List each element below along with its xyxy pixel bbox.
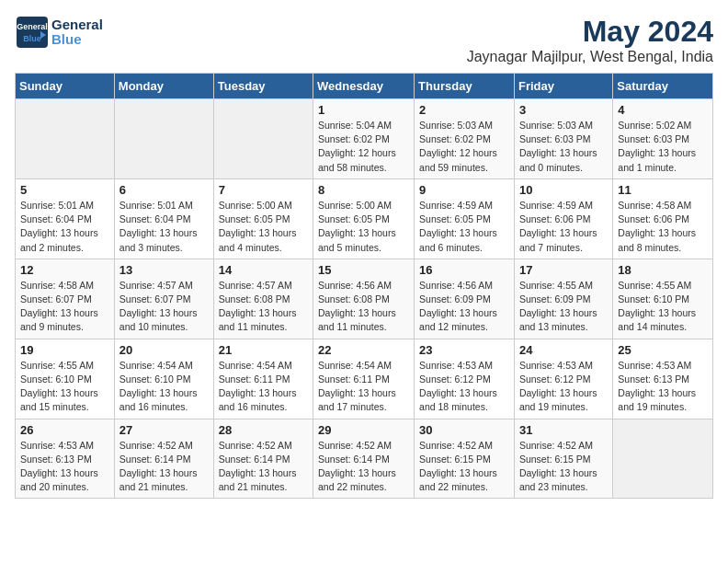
day-info: Sunrise: 5:04 AM Sunset: 6:02 PM Dayligh… bbox=[318, 119, 409, 175]
calendar-cell: 11Sunrise: 4:58 AM Sunset: 6:06 PM Dayli… bbox=[613, 178, 713, 259]
logo: General Blue General Blue bbox=[15, 15, 103, 50]
calendar-cell: 27Sunrise: 4:52 AM Sunset: 6:14 PM Dayli… bbox=[114, 419, 213, 499]
calendar-cell: 22Sunrise: 4:54 AM Sunset: 6:11 PM Dayli… bbox=[313, 339, 415, 419]
calendar-cell: 12Sunrise: 4:58 AM Sunset: 6:07 PM Dayli… bbox=[16, 259, 115, 339]
day-info: Sunrise: 5:00 AM Sunset: 6:05 PM Dayligh… bbox=[318, 199, 409, 255]
col-monday: Monday bbox=[114, 74, 213, 99]
svg-text:General: General bbox=[17, 22, 48, 31]
day-number: 29 bbox=[318, 423, 409, 437]
calendar-cell: 23Sunrise: 4:53 AM Sunset: 6:12 PM Dayli… bbox=[415, 339, 515, 419]
calendar-cell: 2Sunrise: 5:03 AM Sunset: 6:02 PM Daylig… bbox=[415, 99, 515, 179]
page-subtitle: Jaynagar Majilpur, West Bengal, India bbox=[467, 49, 713, 65]
day-info: Sunrise: 4:58 AM Sunset: 6:06 PM Dayligh… bbox=[618, 199, 708, 255]
calendar-cell bbox=[114, 99, 213, 179]
col-friday: Friday bbox=[514, 74, 612, 99]
day-info: Sunrise: 4:53 AM Sunset: 6:12 PM Dayligh… bbox=[419, 359, 509, 415]
calendar-cell: 20Sunrise: 4:54 AM Sunset: 6:10 PM Dayli… bbox=[114, 339, 213, 419]
day-info: Sunrise: 4:53 AM Sunset: 6:12 PM Dayligh… bbox=[519, 359, 608, 415]
logo-blue: Blue bbox=[51, 32, 103, 48]
day-number: 8 bbox=[318, 183, 409, 197]
calendar-header-row: Sunday Monday Tuesday Wednesday Thursday… bbox=[16, 74, 713, 99]
day-number: 30 bbox=[419, 423, 509, 437]
header: General Blue General Blue May 2024 Jayna… bbox=[15, 15, 713, 65]
calendar-cell: 7Sunrise: 5:00 AM Sunset: 6:05 PM Daylig… bbox=[213, 178, 313, 259]
day-info: Sunrise: 4:58 AM Sunset: 6:07 PM Dayligh… bbox=[20, 279, 109, 335]
col-saturday: Saturday bbox=[613, 74, 713, 99]
day-number: 26 bbox=[20, 423, 109, 437]
calendar-cell: 29Sunrise: 4:52 AM Sunset: 6:14 PM Dayli… bbox=[313, 419, 415, 499]
day-info: Sunrise: 4:59 AM Sunset: 6:05 PM Dayligh… bbox=[419, 199, 509, 255]
calendar-cell: 16Sunrise: 4:56 AM Sunset: 6:09 PM Dayli… bbox=[415, 259, 515, 339]
day-number: 22 bbox=[318, 343, 409, 357]
day-number: 4 bbox=[618, 103, 708, 117]
day-info: Sunrise: 5:03 AM Sunset: 6:02 PM Dayligh… bbox=[419, 119, 509, 175]
day-number: 19 bbox=[20, 343, 109, 357]
calendar-cell: 3Sunrise: 5:03 AM Sunset: 6:03 PM Daylig… bbox=[514, 99, 612, 179]
day-number: 25 bbox=[618, 343, 708, 357]
calendar-cell: 31Sunrise: 4:52 AM Sunset: 6:15 PM Dayli… bbox=[514, 419, 612, 499]
day-number: 20 bbox=[119, 343, 209, 357]
day-info: Sunrise: 4:55 AM Sunset: 6:09 PM Dayligh… bbox=[519, 279, 608, 335]
calendar-week-row: 5Sunrise: 5:01 AM Sunset: 6:04 PM Daylig… bbox=[16, 178, 713, 259]
day-info: Sunrise: 4:55 AM Sunset: 6:10 PM Dayligh… bbox=[20, 359, 109, 415]
logo-icon: General Blue bbox=[15, 15, 50, 50]
day-number: 18 bbox=[618, 263, 708, 277]
calendar-week-row: 26Sunrise: 4:53 AM Sunset: 6:13 PM Dayli… bbox=[16, 419, 713, 499]
day-number: 10 bbox=[519, 183, 608, 197]
day-info: Sunrise: 4:52 AM Sunset: 6:14 PM Dayligh… bbox=[119, 439, 209, 495]
day-info: Sunrise: 4:59 AM Sunset: 6:06 PM Dayligh… bbox=[519, 199, 608, 255]
calendar-week-row: 12Sunrise: 4:58 AM Sunset: 6:07 PM Dayli… bbox=[16, 259, 713, 339]
day-number: 1 bbox=[318, 103, 409, 117]
calendar-cell: 18Sunrise: 4:55 AM Sunset: 6:10 PM Dayli… bbox=[613, 259, 713, 339]
day-info: Sunrise: 4:54 AM Sunset: 6:11 PM Dayligh… bbox=[318, 359, 409, 415]
day-info: Sunrise: 5:02 AM Sunset: 6:03 PM Dayligh… bbox=[618, 119, 708, 175]
day-info: Sunrise: 4:54 AM Sunset: 6:11 PM Dayligh… bbox=[219, 359, 308, 415]
calendar-cell bbox=[613, 419, 713, 499]
calendar-cell: 19Sunrise: 4:55 AM Sunset: 6:10 PM Dayli… bbox=[16, 339, 115, 419]
calendar-cell: 8Sunrise: 5:00 AM Sunset: 6:05 PM Daylig… bbox=[313, 178, 415, 259]
day-info: Sunrise: 5:01 AM Sunset: 6:04 PM Dayligh… bbox=[20, 199, 109, 255]
day-number: 3 bbox=[519, 103, 608, 117]
day-number: 5 bbox=[20, 183, 109, 197]
calendar-cell: 1Sunrise: 5:04 AM Sunset: 6:02 PM Daylig… bbox=[313, 99, 415, 179]
day-number: 28 bbox=[219, 423, 308, 437]
calendar-cell: 30Sunrise: 4:52 AM Sunset: 6:15 PM Dayli… bbox=[415, 419, 515, 499]
calendar-week-row: 1Sunrise: 5:04 AM Sunset: 6:02 PM Daylig… bbox=[16, 99, 713, 179]
day-info: Sunrise: 4:57 AM Sunset: 6:08 PM Dayligh… bbox=[219, 279, 308, 335]
calendar-cell: 14Sunrise: 4:57 AM Sunset: 6:08 PM Dayli… bbox=[213, 259, 313, 339]
day-info: Sunrise: 4:53 AM Sunset: 6:13 PM Dayligh… bbox=[20, 439, 109, 495]
calendar-week-row: 19Sunrise: 4:55 AM Sunset: 6:10 PM Dayli… bbox=[16, 339, 713, 419]
day-info: Sunrise: 4:52 AM Sunset: 6:14 PM Dayligh… bbox=[318, 439, 409, 495]
day-info: Sunrise: 4:53 AM Sunset: 6:13 PM Dayligh… bbox=[618, 359, 708, 415]
day-number: 6 bbox=[119, 183, 209, 197]
calendar-cell bbox=[16, 99, 115, 179]
calendar-cell: 24Sunrise: 4:53 AM Sunset: 6:12 PM Dayli… bbox=[514, 339, 612, 419]
day-info: Sunrise: 4:56 AM Sunset: 6:09 PM Dayligh… bbox=[419, 279, 509, 335]
day-info: Sunrise: 4:52 AM Sunset: 6:15 PM Dayligh… bbox=[419, 439, 509, 495]
day-number: 21 bbox=[219, 343, 308, 357]
day-number: 2 bbox=[419, 103, 509, 117]
title-area: May 2024 Jaynagar Majilpur, West Bengal,… bbox=[467, 15, 713, 65]
day-number: 7 bbox=[219, 183, 308, 197]
calendar-cell: 4Sunrise: 5:02 AM Sunset: 6:03 PM Daylig… bbox=[613, 99, 713, 179]
day-info: Sunrise: 5:00 AM Sunset: 6:05 PM Dayligh… bbox=[219, 199, 308, 255]
col-sunday: Sunday bbox=[16, 74, 115, 99]
col-tuesday: Tuesday bbox=[213, 74, 313, 99]
day-number: 15 bbox=[318, 263, 409, 277]
day-number: 24 bbox=[519, 343, 608, 357]
calendar-cell: 15Sunrise: 4:56 AM Sunset: 6:08 PM Dayli… bbox=[313, 259, 415, 339]
day-number: 12 bbox=[20, 263, 109, 277]
calendar-cell: 26Sunrise: 4:53 AM Sunset: 6:13 PM Dayli… bbox=[16, 419, 115, 499]
day-info: Sunrise: 4:52 AM Sunset: 6:14 PM Dayligh… bbox=[219, 439, 308, 495]
day-info: Sunrise: 5:03 AM Sunset: 6:03 PM Dayligh… bbox=[519, 119, 608, 175]
day-info: Sunrise: 4:56 AM Sunset: 6:08 PM Dayligh… bbox=[318, 279, 409, 335]
day-number: 17 bbox=[519, 263, 608, 277]
day-number: 14 bbox=[219, 263, 308, 277]
calendar-cell: 21Sunrise: 4:54 AM Sunset: 6:11 PM Dayli… bbox=[213, 339, 313, 419]
day-number: 11 bbox=[618, 183, 708, 197]
calendar-table: Sunday Monday Tuesday Wednesday Thursday… bbox=[15, 73, 713, 499]
page-title: May 2024 bbox=[467, 15, 713, 49]
svg-text:Blue: Blue bbox=[23, 34, 41, 43]
day-info: Sunrise: 4:57 AM Sunset: 6:07 PM Dayligh… bbox=[119, 279, 209, 335]
day-number: 23 bbox=[419, 343, 509, 357]
